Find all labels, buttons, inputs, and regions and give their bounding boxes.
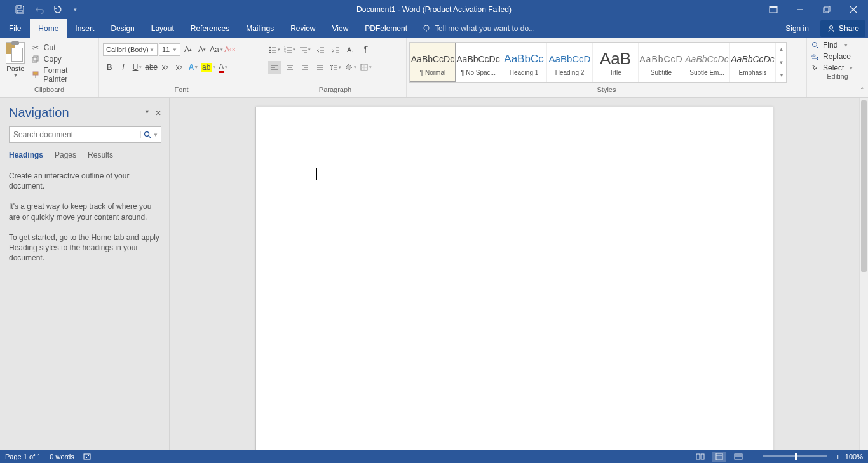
justify-button[interactable] — [314, 61, 327, 74]
tab-insert[interactable]: Insert — [67, 19, 102, 38]
search-dropdown-icon[interactable]: ▼ — [153, 132, 158, 138]
gallery-more-icon[interactable]: ▾ — [776, 69, 786, 82]
page-indicator[interactable]: Page 1 of 1 — [5, 453, 41, 460]
line-spacing-button[interactable] — [329, 61, 342, 74]
style-no-spacing[interactable]: AaBbCcDc¶ No Spac... — [456, 43, 501, 82]
align-right-button[interactable] — [299, 61, 311, 74]
paste-dropdown-icon[interactable]: ▼ — [13, 72, 18, 78]
zoom-in-button[interactable]: + — [836, 453, 839, 460]
tab-home[interactable]: Home — [30, 19, 67, 38]
search-icon[interactable] — [144, 131, 151, 138]
sign-in-link[interactable]: Sign in — [778, 24, 817, 33]
replace-button[interactable]: ab Replace — [811, 52, 864, 61]
navigation-search[interactable]: ▼ — [9, 126, 161, 143]
zoom-slider[interactable] — [763, 455, 827, 457]
style-title[interactable]: AaBTitle — [593, 43, 639, 82]
tab-mailings[interactable]: Mailings — [238, 19, 282, 38]
navigation-close-icon[interactable]: ✕ — [155, 109, 161, 117]
document-scroll[interactable] — [170, 98, 859, 450]
text-effects-button[interactable]: A — [187, 61, 200, 74]
group-editing: Find▼ ab Replace Select▼ Editing — [807, 38, 868, 97]
tab-review[interactable]: Review — [282, 19, 323, 38]
align-left-button[interactable] — [268, 61, 281, 74]
multilevel-list-button[interactable] — [299, 43, 311, 56]
word-count[interactable]: 0 words — [50, 453, 74, 460]
search-input[interactable] — [13, 130, 140, 139]
font-color-button[interactable]: A — [217, 61, 229, 74]
increase-indent-button[interactable] — [329, 43, 342, 56]
vertical-scrollbar[interactable] — [859, 98, 868, 450]
gallery-down-icon[interactable]: ▼ — [776, 56, 786, 69]
ribbon-display-options-icon[interactable] — [768, 4, 779, 15]
scrollbar-thumb[interactable] — [861, 100, 867, 272]
select-button[interactable]: Select▼ — [811, 64, 864, 72]
tab-pdfelement[interactable]: PDFelement — [356, 19, 416, 38]
grow-font-button[interactable]: A▴ — [182, 43, 194, 56]
underline-button[interactable]: U — [131, 61, 144, 74]
zoom-level[interactable]: 100% — [845, 453, 863, 460]
superscript-button[interactable]: x2 — [173, 61, 186, 74]
clear-formatting-button[interactable]: A⌫ — [224, 43, 237, 56]
font-name-combo[interactable]: Calibri (Body)▼ — [103, 43, 158, 56]
maximize-icon[interactable] — [821, 4, 832, 15]
decrease-indent-button[interactable] — [314, 43, 327, 56]
style-emphasis[interactable]: AaBbCcDcEmphasis — [730, 43, 776, 82]
read-mode-button[interactable] — [693, 452, 707, 462]
zoom-out-button[interactable]: − — [750, 453, 754, 460]
spell-check-icon[interactable] — [83, 453, 92, 460]
show-hide-button[interactable]: ¶ — [360, 43, 372, 56]
style-subtle-emphasis[interactable]: AaBbCcDcSubtle Em... — [684, 43, 730, 82]
tab-design[interactable]: Design — [102, 19, 142, 38]
find-button[interactable]: Find▼ — [811, 41, 864, 50]
nav-help-3: To get started, go to the Home tab and a… — [9, 232, 161, 264]
shading-button[interactable] — [344, 61, 357, 74]
style-heading-2[interactable]: AaBbCcDHeading 2 — [547, 43, 593, 82]
subscript-button[interactable]: x2 — [159, 61, 172, 74]
font-size-combo[interactable]: 11▼ — [159, 43, 180, 56]
italic-button[interactable]: I — [117, 61, 130, 74]
format-painter-button[interactable]: Format Painter — [31, 66, 92, 84]
web-layout-button[interactable] — [731, 452, 745, 462]
highlight-button[interactable]: ab — [201, 61, 215, 74]
shrink-font-button[interactable]: A▾ — [196, 43, 208, 56]
align-center-button[interactable] — [283, 61, 296, 74]
style-preview: AaBbCcD — [639, 49, 682, 69]
share-button[interactable]: Share — [820, 20, 865, 37]
copy-button[interactable]: Copy — [31, 55, 92, 64]
qat-customize-icon[interactable]: ▾ — [74, 6, 77, 13]
borders-button[interactable] — [360, 61, 372, 74]
bold-button[interactable]: B — [103, 61, 116, 74]
minimize-icon[interactable] — [794, 4, 806, 15]
tab-file[interactable]: File — [0, 19, 30, 38]
navigation-dropdown-icon[interactable]: ▼ — [144, 109, 150, 117]
quick-access-toolbar: ▾ — [0, 4, 77, 15]
navigation-title: Navigation — [9, 105, 69, 120]
style-heading-1[interactable]: AaBbCcHeading 1 — [501, 43, 547, 82]
tab-layout[interactable]: Layout — [143, 19, 182, 38]
close-icon[interactable] — [848, 4, 859, 15]
page[interactable] — [255, 107, 773, 450]
collapse-ribbon-icon[interactable]: ˄ — [860, 86, 864, 95]
change-case-button[interactable]: Aa — [210, 43, 223, 56]
nav-tab-results[interactable]: Results — [88, 151, 113, 162]
paste-button[interactable]: Paste ▼ — [4, 41, 29, 78]
numbering-button[interactable]: 123 — [283, 43, 296, 56]
repeat-icon[interactable] — [52, 4, 64, 15]
bullets-button[interactable] — [268, 43, 281, 56]
nav-tab-headings[interactable]: Headings — [9, 151, 43, 162]
tell-me-search[interactable]: Tell me what you want to do... — [416, 19, 541, 38]
gallery-up-icon[interactable]: ▲ — [776, 43, 786, 56]
tab-view[interactable]: View — [324, 19, 357, 38]
tab-references[interactable]: References — [182, 19, 238, 38]
style-subtitle[interactable]: AaBbCcDSubtitle — [639, 43, 684, 82]
style-normal[interactable]: AaBbCcDc¶ Normal — [410, 43, 456, 82]
save-icon[interactable] — [14, 4, 25, 15]
print-layout-button[interactable] — [712, 452, 726, 462]
cut-button[interactable]: ✂ Cut — [31, 43, 92, 52]
undo-icon[interactable] — [33, 4, 44, 15]
sort-button[interactable]: A↓ — [344, 43, 357, 56]
nav-tab-pages[interactable]: Pages — [55, 151, 76, 162]
strikethrough-button[interactable]: abc — [145, 61, 158, 74]
tell-me-placeholder: Tell me what you want to do... — [435, 24, 535, 33]
svg-rect-61 — [716, 453, 722, 460]
